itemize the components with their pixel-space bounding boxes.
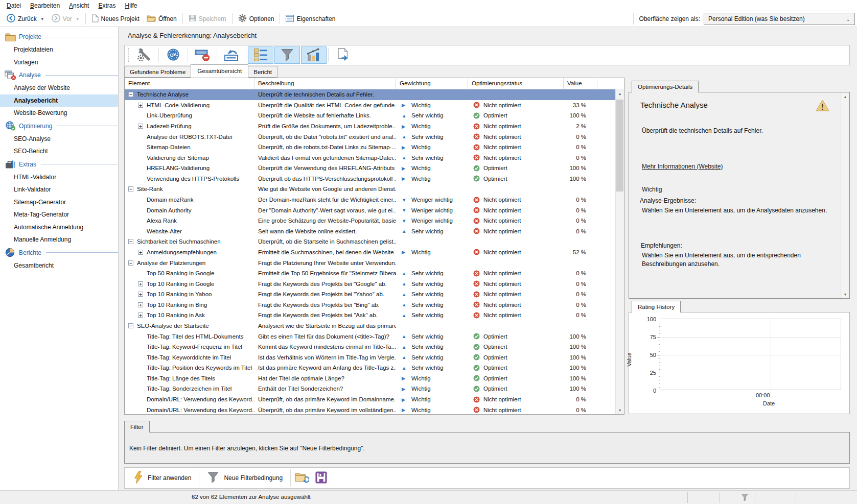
menu-item-extras[interactable]: Extras (94, 1, 120, 11)
expand-toggle[interactable]: + (138, 302, 143, 307)
new-project-button[interactable]: Neues Projekt (88, 12, 143, 26)
sidebar-item-analyse-der-website[interactable]: Analyse der Website (0, 82, 118, 94)
sidebar-item-analysebericht[interactable]: Analysebericht (0, 94, 118, 107)
details-scrollbar[interactable]: ▲ ▼ (841, 92, 849, 298)
table-row[interactable]: Sitemap-DateienÜberprüft, ob die robots.… (125, 142, 615, 153)
tools-button[interactable] (131, 46, 157, 64)
expand-toggle[interactable]: + (138, 124, 143, 129)
table-row[interactable]: +Top 10 Ranking in YahooFragt die Keywor… (125, 289, 615, 300)
table-row[interactable]: +Top 10 Ranking in BingFragt die Keyword… (125, 300, 615, 310)
remove-element-button[interactable] (190, 46, 215, 64)
expand-toggle[interactable]: − (128, 186, 133, 191)
open-button[interactable]: Öffnen (143, 12, 180, 26)
column-header-value[interactable]: Value (564, 78, 597, 89)
sidebar-item-seo-analyse[interactable]: SEO-Analyse (0, 133, 118, 146)
expand-toggle[interactable]: + (138, 292, 143, 297)
save-filter-button[interactable] (311, 469, 331, 487)
tree-view-button[interactable] (248, 46, 273, 64)
table-row[interactable]: +HTML-Code-ValidierungÜberprüft die Qual… (125, 100, 615, 111)
table-row[interactable]: Title-Tag: Keyworddichte im TitelIst das… (125, 352, 615, 363)
sidebar-item-meta-tag-generator[interactable]: Meta-Tag-Generator (0, 208, 118, 221)
tab-gesamtuebersicht[interactable]: Gesamtübersicht (191, 64, 248, 78)
new-filter-condition-button[interactable]: Neue Filterbedingung (200, 469, 289, 487)
table-row[interactable]: −Technische AnalyseÜberprüft die technis… (125, 89, 615, 100)
more-information-link[interactable]: Mehr Informationen (Website) (642, 163, 723, 170)
table-row[interactable]: Title-Tag: Keyword-Frequenz im TitelKomm… (125, 342, 615, 352)
column-header-element[interactable]: Element (125, 78, 254, 89)
back-dropdown-caret[interactable]: ▼ (40, 17, 44, 21)
table-row[interactable]: Validierung der SitemapValidiert das For… (125, 152, 615, 163)
menu-item-datei[interactable]: Datei (2, 1, 26, 11)
table-row[interactable]: Domain/URL: Verwendung des Keyword...Übe… (125, 404, 615, 414)
tab-rating-history[interactable]: Rating History (632, 301, 681, 313)
sidebar-item-gesamtbericht[interactable]: Gesamtbericht (0, 259, 118, 272)
table-row[interactable]: +Top 10 Ranking in GoogleFragt die Keywo… (125, 278, 615, 289)
table-row[interactable]: Domain mozRankDer Domain-mozRank steht f… (125, 195, 615, 205)
expand-toggle[interactable]: + (138, 103, 143, 108)
table-row[interactable]: Domain AuthorityDer "Domain Authority"-W… (125, 205, 615, 215)
ok-stamp-button[interactable]: OK (160, 46, 186, 64)
table-row[interactable]: −Sichtbarkeit bei SuchmaschinenÜberprüft… (125, 236, 615, 247)
expand-toggle[interactable]: + (138, 250, 143, 255)
load-filter-button[interactable] (292, 469, 311, 487)
table-row[interactable]: Alexa RankEine grobe Schätzung der Websi… (125, 215, 615, 226)
tab-bericht[interactable]: Bericht (248, 66, 277, 78)
save-button[interactable]: Speichern (185, 12, 230, 26)
table-row[interactable]: Top 50 Ranking in GoogleErmittelt die To… (125, 268, 615, 279)
export-button[interactable] (330, 46, 356, 64)
properties-button[interactable]: Eigenschaften (282, 12, 339, 26)
tab-optimization-details[interactable]: Optimierungs-Details (632, 81, 699, 92)
table-row[interactable]: +Ladezeit-PrüfungPrüft die Größe des Dok… (125, 121, 615, 132)
menu-item-hilfe[interactable]: Hilfe (121, 1, 142, 11)
table-row[interactable]: −Analyse der PlatzierungenFragt die Plat… (125, 257, 615, 268)
column-header-optimierungsstatus[interactable]: Optimierungsstatus (468, 78, 564, 89)
table-row[interactable]: Link-ÜberprüfungÜberprüft die Website au… (125, 110, 615, 121)
apply-filter-button[interactable]: Filter anwenden (127, 469, 198, 487)
filter-button[interactable] (274, 46, 300, 64)
chart-button[interactable] (301, 46, 327, 64)
table-row[interactable]: −SEO-Analyse der StartseiteAnalysiert wi… (125, 321, 615, 331)
sidebar-item-html-validator[interactable]: HTML-Validator (0, 171, 118, 184)
expand-toggle[interactable]: − (128, 92, 133, 97)
restore-element-button[interactable] (219, 46, 244, 64)
table-row[interactable]: Title-Tag: Länge des TitelsHat der Titel… (125, 373, 615, 384)
tab-gefundene-probleme[interactable]: Gefundene Probleme (124, 66, 191, 78)
sidebar-item-vorlagen[interactable]: Vorlagen (0, 56, 118, 69)
forward-dropdown-caret[interactable]: ▼ (76, 17, 80, 21)
sidebar-item-projektdateien[interactable]: Projektdateien (0, 43, 118, 56)
forward-button[interactable]: Vor ▼ (48, 12, 83, 26)
scroll-down-arrow[interactable]: ▼ (616, 406, 624, 414)
menu-item-bearbeiten[interactable]: Bearbeiten (26, 1, 64, 11)
table-row[interactable]: −Site-RankWie gut die Website von Google… (125, 184, 615, 195)
column-header-gewichtung[interactable]: Gewichtung (396, 78, 468, 89)
sidebar-item-seo-bericht[interactable]: SEO-Bericht (0, 145, 118, 158)
expand-toggle[interactable]: − (128, 239, 133, 244)
scrollbar-thumb[interactable] (616, 100, 623, 191)
sidebar-item-sitemap-generator[interactable]: Sitemap-Generator (0, 196, 118, 209)
table-row[interactable]: Domain/URL: Verwendung des Keyword...Übe… (125, 394, 615, 405)
expand-toggle[interactable]: + (138, 281, 143, 286)
sidebar-item-automatische-anmeldung[interactable]: Automatische Anmeldung (0, 221, 118, 234)
scroll-up-arrow[interactable]: ▲ (616, 89, 624, 98)
expand-toggle[interactable]: − (128, 323, 133, 328)
table-row[interactable]: HREFLANG-ValidierungÜberprüft die Verwen… (125, 163, 615, 174)
menu-item-ansicht[interactable]: Ansicht (64, 1, 94, 11)
back-button[interactable]: Zurück ▼ (3, 12, 48, 26)
options-button[interactable]: Optionen (235, 12, 278, 26)
expand-toggle[interactable]: + (138, 313, 143, 318)
sidebar-item-link-validator[interactable]: Link-Validator (0, 183, 118, 196)
table-row[interactable]: Title-Tag: Titel des HTML-DokumentsGibt … (125, 331, 615, 342)
column-header-beschreibung[interactable]: Beschreibung (254, 78, 396, 89)
table-row[interactable]: Title-Tag: Sonderzeichen im TitelEnthält… (125, 383, 615, 394)
scroll-down-arrow[interactable]: ▼ (841, 290, 849, 298)
tab-filter[interactable]: Filter (124, 421, 150, 433)
edition-select[interactable]: Personal Edition (was Sie besitzen) ⌄ (704, 13, 855, 25)
sidebar-item-manuelle-anmeldung[interactable]: Manuelle Anmeldung (0, 233, 118, 246)
table-row[interactable]: Verwendung des HTTPS-ProtokollsÜberprüft… (125, 174, 615, 184)
toolbar-grip[interactable] (128, 48, 129, 62)
table-row[interactable]: Website-AlterSeit wann die Website onlin… (125, 226, 615, 237)
sidebar-item-website-bewertung[interactable]: Website-Bewertung (0, 107, 118, 119)
table-row[interactable]: +Top 10 Ranking in AskFragt die Keywords… (125, 310, 615, 321)
table-row[interactable]: +AnmeldungsempfehlungenErmittelt die Suc… (125, 247, 615, 258)
table-scrollbar[interactable]: ▲ ▼ (615, 89, 624, 414)
